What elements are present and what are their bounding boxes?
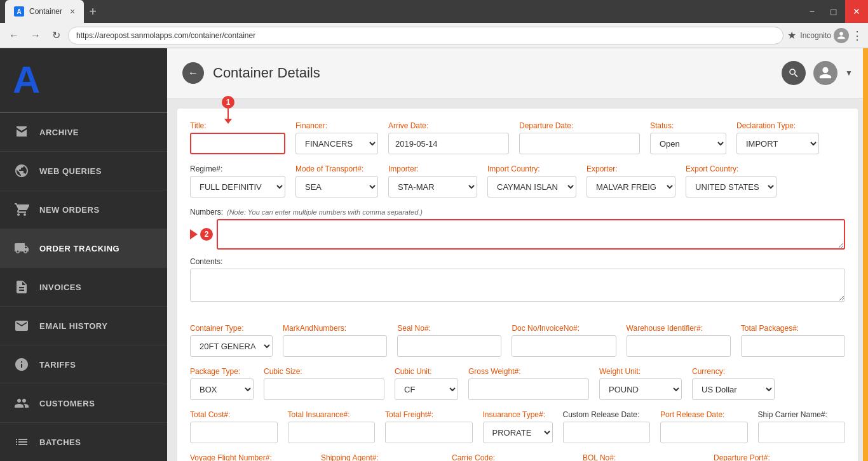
search-button[interactable] bbox=[782, 61, 806, 85]
numbers-note: (Note: You can enter multiple numbers wi… bbox=[227, 208, 423, 216]
sidebar: A ARCHIVE WEB QUERIES NEW ORDERS OR bbox=[0, 48, 167, 461]
sidebar-item-email-history[interactable]: EMAIL HISTORY bbox=[0, 307, 167, 345]
tab-close-button[interactable]: × bbox=[70, 6, 75, 17]
gross-weight-input[interactable] bbox=[468, 378, 589, 400]
declaration-type-select[interactable]: IMPORT EXPORT bbox=[736, 133, 819, 154]
menu-dots[interactable]: ⋮ bbox=[851, 29, 863, 43]
sidebar-label-archive: ARCHIVE bbox=[39, 128, 79, 137]
container-type-label: Container Type: bbox=[190, 324, 273, 333]
port-release-label: Port Release Date: bbox=[660, 410, 748, 419]
doc-no-group: Doc No/InvoiceNo#: bbox=[512, 324, 616, 357]
batches-icon bbox=[13, 433, 31, 451]
port-release-input[interactable] bbox=[660, 422, 748, 443]
container-type-select[interactable]: 20FT GENERAL 40FT GENERAL bbox=[190, 335, 273, 357]
financer-select[interactable]: FINANCERS bbox=[295, 133, 378, 154]
browser-chrome: A Container × + bbox=[0, 0, 868, 23]
sidebar-item-archive[interactable]: ARCHIVE bbox=[0, 113, 167, 152]
import-country-select[interactable]: CAYMAN ISLAN bbox=[487, 176, 576, 197]
departure-port-group: Departure Port#: bbox=[714, 453, 834, 461]
total-insurance-group: Total Insuarance#: bbox=[288, 410, 376, 443]
cubic-unit-select[interactable]: CF CM bbox=[395, 378, 458, 400]
import-country-label: Import Country: bbox=[487, 164, 576, 173]
bol-no-label: BOL No#: bbox=[583, 453, 703, 461]
bookmark-icon[interactable]: ★ bbox=[787, 29, 796, 41]
export-country-select[interactable]: UNITED STATES bbox=[686, 176, 776, 197]
custom-release-group: Custom Release Date: bbox=[563, 410, 651, 443]
cubic-size-input[interactable] bbox=[264, 378, 384, 400]
importer-select[interactable]: STA-MAR bbox=[388, 176, 477, 197]
cubic-size-group: Cubic Size: bbox=[264, 367, 384, 400]
gross-weight-group: Gross Weight#: bbox=[468, 367, 589, 400]
currency-select[interactable]: US Dollar Euro bbox=[692, 378, 775, 400]
refresh-button[interactable]: ↻ bbox=[48, 27, 64, 44]
truck-icon bbox=[13, 239, 31, 257]
total-cost-input[interactable] bbox=[190, 422, 278, 443]
shipping-agent-label: Shipping Agent#: bbox=[321, 453, 442, 461]
arrive-date-input[interactable] bbox=[388, 133, 509, 154]
restore-button[interactable]: ◻ bbox=[822, 0, 845, 23]
form-row-4: Package Type: BOX PALLET Cubic Size: Cub… bbox=[190, 367, 845, 400]
container-type-group: Container Type: 20FT GENERAL 40FT GENERA… bbox=[190, 324, 273, 357]
total-cost-group: Total Cost#: bbox=[190, 410, 278, 443]
back-button[interactable]: ← bbox=[5, 27, 23, 44]
annotation-2-badge: 2 bbox=[200, 228, 213, 241]
sidebar-item-invoices[interactable]: INVOICES bbox=[0, 268, 167, 307]
new-tab-button[interactable]: + bbox=[89, 4, 97, 19]
export-country-label: Export Country: bbox=[686, 164, 776, 173]
user-avatar[interactable] bbox=[813, 61, 837, 85]
tab-title: Container bbox=[29, 7, 62, 16]
package-type-group: Package Type: BOX PALLET bbox=[190, 367, 254, 400]
title-label: Title: bbox=[190, 121, 285, 130]
archive-icon bbox=[13, 123, 31, 141]
total-freight-group: Total Freight#: bbox=[385, 410, 473, 443]
annotation-1-badge: 1 bbox=[222, 96, 234, 109]
sidebar-item-tariffs[interactable]: TARIFFS bbox=[0, 345, 167, 384]
departure-date-input[interactable] bbox=[519, 133, 640, 154]
custom-release-input[interactable] bbox=[563, 422, 651, 443]
total-packages-input[interactable] bbox=[741, 335, 845, 357]
forward-button[interactable]: → bbox=[27, 27, 44, 44]
mark-numbers-group: MarkAndNumbers: bbox=[283, 324, 387, 357]
regime-select[interactable]: FULL DEFINITIV bbox=[190, 176, 285, 197]
back-button[interactable]: ← bbox=[182, 62, 204, 84]
incognito-area: Incognito ⋮ bbox=[800, 28, 863, 43]
address-bar[interactable] bbox=[68, 27, 783, 44]
numbers-textarea[interactable] bbox=[217, 219, 845, 250]
title-input[interactable] bbox=[190, 133, 285, 154]
total-packages-label: Total Packages#: bbox=[741, 324, 845, 333]
ship-carrier-label: Ship Carrier Name#: bbox=[758, 410, 846, 419]
sidebar-item-web-queries[interactable]: WEB QUERIES bbox=[0, 152, 167, 190]
status-select[interactable]: Open Closed bbox=[650, 133, 726, 154]
sidebar-item-order-tracking[interactable]: ORDER TRACKING bbox=[0, 229, 167, 268]
weight-unit-select[interactable]: POUND KG bbox=[599, 378, 682, 400]
import-country-group: Import Country: CAYMAN ISLAN bbox=[487, 164, 576, 197]
tab-favicon: A bbox=[14, 6, 24, 17]
exporter-select[interactable]: MALVAR FREIG bbox=[587, 176, 675, 197]
contents-textarea[interactable] bbox=[190, 269, 845, 302]
total-insurance-input[interactable] bbox=[288, 422, 376, 443]
doc-no-input[interactable] bbox=[512, 335, 616, 357]
total-freight-input[interactable] bbox=[385, 422, 473, 443]
status-group: Status: Open Closed bbox=[650, 121, 726, 154]
port-release-group: Port Release Date: bbox=[660, 410, 748, 443]
user-dropdown-button[interactable]: ▼ bbox=[845, 69, 853, 77]
app-logo: A bbox=[13, 61, 154, 99]
mark-numbers-input[interactable] bbox=[283, 335, 387, 357]
regime-label: Regime#: bbox=[190, 164, 285, 173]
package-type-select[interactable]: BOX PALLET bbox=[190, 378, 254, 400]
transport-select[interactable]: SEA AIR bbox=[295, 176, 378, 197]
voyage-flight-label: Voyage Flight Number#: bbox=[190, 453, 311, 461]
sidebar-item-new-orders[interactable]: NEW ORDERS bbox=[0, 190, 167, 229]
sidebar-item-customers[interactable]: CUSTOMERS bbox=[0, 384, 167, 423]
minimize-button[interactable]: − bbox=[802, 0, 822, 23]
ship-carrier-input[interactable] bbox=[758, 422, 846, 443]
active-tab[interactable]: A Container × bbox=[5, 0, 84, 23]
seal-no-input[interactable] bbox=[397, 335, 501, 357]
form-row-3: Container Type: 20FT GENERAL 40FT GENERA… bbox=[190, 324, 845, 357]
insurance-type-group: Insuarance Type#: PRORATE FIXED bbox=[483, 410, 553, 443]
sidebar-item-batches[interactable]: BATCHES bbox=[0, 423, 167, 461]
warehouse-input[interactable] bbox=[627, 335, 731, 357]
close-window-button[interactable]: ✕ bbox=[845, 0, 868, 23]
tariff-icon bbox=[13, 356, 31, 373]
insurance-type-select[interactable]: PRORATE FIXED bbox=[483, 422, 553, 443]
